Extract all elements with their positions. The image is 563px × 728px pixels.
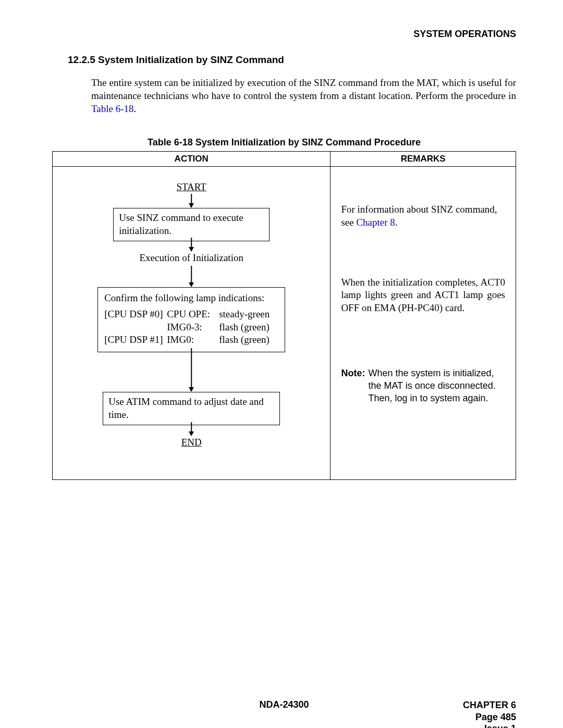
lamp-state: flash (green) bbox=[219, 321, 278, 334]
flow-end: END bbox=[181, 437, 202, 448]
table-caption: Table 6-18 System Initialization by SINZ… bbox=[52, 137, 516, 148]
remark-note: Note: When the system is initialized, th… bbox=[341, 367, 505, 405]
flow-step-confirm: Confirm the following lamp indications: … bbox=[97, 287, 285, 352]
note-label: Note: bbox=[341, 367, 365, 405]
running-header: SYSTEM OPERATIONS bbox=[52, 29, 516, 40]
footer-chapter: CHAPTER 6 bbox=[463, 699, 516, 711]
arrow-down-icon bbox=[189, 247, 194, 252]
col-header-action: ACTION bbox=[53, 152, 331, 167]
section-title-text: System Initialization by SINZ Command bbox=[98, 54, 284, 65]
flow-step-sinz: Use SINZ command to execute initializati… bbox=[113, 208, 270, 241]
para-text-after: . bbox=[134, 103, 137, 114]
footer-page: Page 485 bbox=[463, 711, 516, 723]
lamp-state: flash (green) bbox=[219, 334, 278, 347]
arrow-down-icon bbox=[189, 282, 194, 287]
lamp-row: [CPU DSP #0] CPU OPE: steady-green bbox=[104, 308, 278, 321]
lamp-state: steady-green bbox=[219, 308, 278, 321]
table-ref-link[interactable]: Table 6-18 bbox=[91, 103, 134, 114]
remarks-cell: For information about SINZ command, see … bbox=[331, 167, 516, 480]
note-body: When the system is initialized, the MAT … bbox=[368, 367, 505, 405]
footer-issue: Issue 1 bbox=[463, 723, 516, 728]
section-paragraph: The entire system can be initialized by … bbox=[91, 76, 516, 115]
remark-sinz-info: For information about SINZ command, see … bbox=[341, 203, 505, 229]
remark-text: . bbox=[395, 217, 398, 228]
arrow-down-icon bbox=[189, 431, 194, 436]
flow-start: START bbox=[176, 181, 206, 193]
flow-step-atim: Use ATIM command to adjust date and time… bbox=[103, 392, 280, 425]
section-heading: 12.2.5 System Initialization by SINZ Com… bbox=[68, 54, 516, 66]
flow-arrow bbox=[191, 194, 192, 203]
lamp-dsp: [CPU DSP #1] bbox=[104, 334, 167, 347]
arrow-down-icon bbox=[189, 203, 194, 208]
flowchart: START Use SINZ command to execute initia… bbox=[53, 167, 330, 479]
section-number: 12.2.5 bbox=[68, 54, 95, 65]
lamp-dsp bbox=[104, 321, 167, 334]
flow-arrow bbox=[191, 422, 192, 431]
confirm-heading: Confirm the following lamp indications: bbox=[104, 292, 278, 305]
remark-init-complete: When the initialization completes, ACT0 … bbox=[341, 276, 505, 315]
lamp-name: IMG0-3: bbox=[167, 321, 219, 334]
lamp-row: [CPU DSP #1] IMG0: flash (green) bbox=[104, 334, 278, 347]
flow-label-exec: Execution of Initialization bbox=[139, 252, 243, 264]
lamp-row: IMG0-3: flash (green) bbox=[104, 321, 278, 334]
lamp-name: CPU OPE: bbox=[167, 308, 219, 321]
procedure-table: ACTION REMARKS START Use SINZ command to… bbox=[52, 151, 516, 480]
chapter-ref-link[interactable]: Chapter 8 bbox=[356, 217, 395, 228]
para-text-before: The entire system can be initialized by … bbox=[91, 77, 516, 101]
action-cell: START Use SINZ command to execute initia… bbox=[53, 167, 331, 480]
col-header-remarks: REMARKS bbox=[331, 152, 516, 167]
flow-arrow bbox=[191, 266, 192, 282]
flow-arrow bbox=[191, 238, 192, 247]
flow-arrow bbox=[191, 348, 192, 387]
footer-doc-number: NDA-24300 bbox=[259, 699, 309, 710]
lamp-dsp: [CPU DSP #0] bbox=[104, 308, 167, 321]
lamp-name: IMG0: bbox=[167, 334, 219, 347]
arrow-down-icon bbox=[189, 387, 194, 392]
